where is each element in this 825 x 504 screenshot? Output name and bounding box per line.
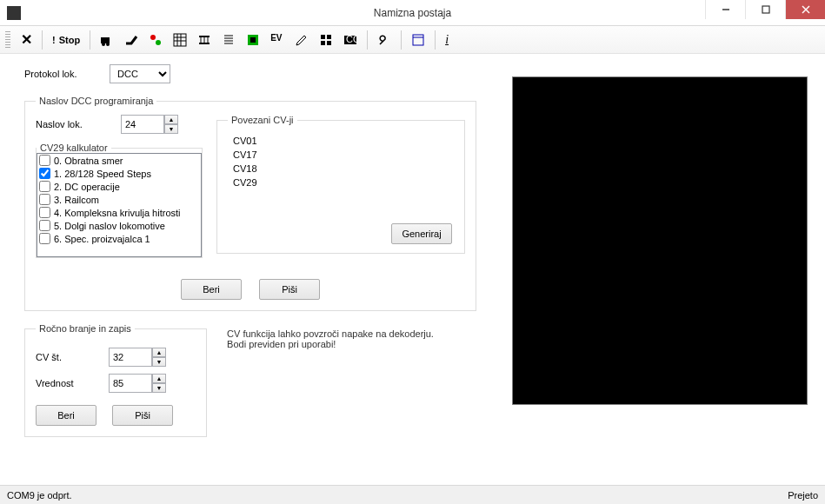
toolbar-turnout-button[interactable] [120,30,143,50]
four-squares-icon [319,33,333,47]
toolbar-ev-button[interactable]: EV [266,30,289,50]
svg-point-6 [106,43,110,46]
status-left: COM9 je odprt. [7,490,72,501]
toolbar: ✕ ! Stop EV COM i [0,26,825,54]
toolbar-com-button[interactable]: COM [339,30,362,50]
cv29-item: 3. Railcom [37,193,201,206]
grid-icon [173,33,187,47]
toolbar-track-button[interactable] [193,30,216,50]
cv-spin-down[interactable]: ▼ [152,357,166,367]
toolbar-separator [435,30,436,50]
svg-point-7 [150,35,156,40]
dcc-group-legend: Naslov DCC programiranja [36,96,156,106]
toolbar-grid-button[interactable] [169,30,191,50]
cv-spin-up[interactable]: ▲ [152,348,166,357]
val-spin-down[interactable]: ▼ [152,383,166,393]
protocol-select[interactable]: DCC [110,64,170,83]
turnout-icon [124,33,138,47]
svg-rect-24 [250,37,256,43]
toolbar-signal-button[interactable] [144,30,167,50]
close-button[interactable] [785,0,825,19]
generate-button[interactable]: Generiraj [391,223,452,244]
cv29-checkbox-5[interactable] [39,220,50,231]
stop-label: Stop [59,35,80,45]
window-controls [705,0,825,19]
linked-cv-item: CV01 [228,134,454,148]
dcc-programming-group: Naslov DCC programiranja Naslov lok. ▲ ▼ [24,96,476,311]
cv29-legend: CV29 kalkulator [37,143,111,153]
warning-text: CV funkcija lahko povzroči napake na dek… [227,328,470,349]
svg-rect-9 [174,34,186,46]
manual-rw-group: Ročno branje in zapis CV št. ▲▼ Vrednost… [24,323,207,437]
linked-cv-item: CV29 [228,176,454,189]
cv29-item: 4. Kompleksna krivulja hitrosti [37,206,201,219]
toolbar-pen-button[interactable] [290,30,313,50]
svg-rect-25 [321,35,325,39]
loco-icon [100,33,114,47]
svg-rect-28 [327,41,331,45]
svg-point-8 [156,40,161,45]
addr-spin-up[interactable]: ▲ [164,115,178,124]
green-square-icon [246,33,260,47]
toolbar-wrench-button[interactable] [373,30,396,50]
toolbar-squares-button[interactable] [315,30,337,50]
toolbar-window-button[interactable] [407,30,429,50]
cv29-checkbox-2[interactable] [39,181,50,192]
val-spin-up[interactable]: ▲ [152,374,166,383]
cv29-checkbox-3[interactable] [39,194,50,205]
toolbar-list-button[interactable] [217,30,240,50]
toolbar-separator [90,30,90,50]
dcc-read-button[interactable]: Beri [181,279,242,300]
svg-rect-1 [762,6,769,13]
terminal-output[interactable] [512,76,808,405]
cv29-checkbox-4[interactable] [39,207,50,218]
svg-rect-31 [413,35,423,45]
linked-cv-item: CV17 [228,148,454,162]
cv29-checkbox-1[interactable] [39,168,50,179]
protocol-row: Protokol lok. DCC [24,64,511,83]
cv-number-input[interactable] [109,348,152,367]
toolbar-loco-button[interactable] [96,30,118,50]
svg-rect-27 [321,41,325,45]
com-icon: COM [343,33,357,47]
x-icon: ✕ [21,31,32,48]
list-icon [222,33,236,47]
cv29-item: 1. 28/128 Speed Steps [37,167,201,180]
stop-button[interactable]: ! Stop [48,30,84,50]
svg-rect-26 [327,35,331,39]
svg-rect-4 [101,37,110,43]
manual-write-button[interactable]: Piši [112,405,173,426]
minimize-button[interactable] [705,0,745,19]
addr-spin-down[interactable]: ▼ [164,124,178,134]
toolbar-x-button[interactable]: ✕ [16,30,37,50]
maximize-button[interactable] [745,0,785,19]
manual-legend: Ročno branje in zapis [36,323,135,334]
linked-cv-legend: Povezani CV-ji [228,115,297,125]
info-icon: i [445,33,459,47]
cv-number-label: CV št. [36,352,98,362]
linked-cv-item: CV18 [228,162,454,176]
exclaim-icon: ! [52,35,56,45]
manual-read-button[interactable]: Beri [36,405,96,426]
toolbar-separator [401,30,402,50]
wrench-icon [377,33,391,47]
toolbar-info-button[interactable]: i [441,30,463,50]
cv-value-label: Vrednost [36,378,98,388]
cv29-checkbox-0[interactable] [39,155,50,166]
toolbar-separator [367,30,368,50]
toolbar-separator [42,30,43,50]
cv29-checkbox-6[interactable] [39,233,50,244]
loco-addr-label: Naslov lok. [36,119,110,129]
window-title: Namizna postaja [374,7,451,19]
svg-point-5 [102,43,105,46]
toolbar-green-button[interactable] [242,30,264,50]
cv29-list[interactable]: 0. Obratna smer 1. 28/128 Speed Steps 2.… [37,153,202,257]
app-icon [7,6,21,20]
dcc-write-button[interactable]: Piši [259,279,320,300]
loco-addr-input[interactable] [121,115,164,134]
cv-value-input[interactable] [109,374,152,393]
protocol-label: Protokol lok. [24,69,99,79]
content-area: Protokol lok. DCC Naslov DCC programiran… [0,54,825,485]
pen-icon [295,33,309,47]
linked-cv-group: Povezani CV-ji CV01 CV17 CV18 CV29 Gener… [216,115,465,254]
